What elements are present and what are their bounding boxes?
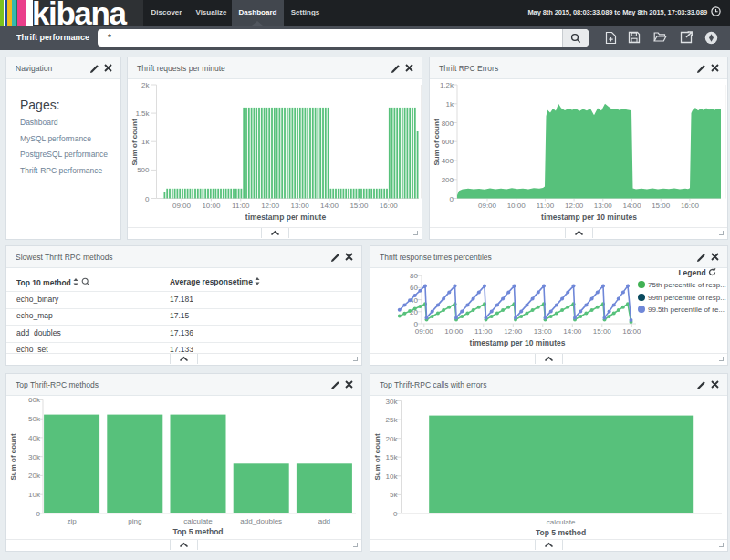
svg-text:calculate: calculate: [183, 517, 213, 525]
svg-text:1k: 1k: [141, 138, 150, 146]
svg-text:09:00: 09:00: [172, 202, 192, 210]
svg-text:10k: 10k: [28, 491, 41, 499]
svg-text:0: 0: [393, 510, 398, 518]
svg-text:10k: 10k: [386, 472, 399, 481]
svg-text:60k: 60k: [28, 396, 41, 404]
svg-text:Sum of count: Sum of count: [9, 433, 17, 480]
svg-text:Sum of count: Sum of count: [433, 119, 441, 165]
svg-text:2k: 2k: [141, 81, 150, 89]
svg-text:15:00: 15:00: [652, 202, 671, 210]
svg-text:Top 5 method: Top 5 method: [536, 528, 586, 537]
svg-text:200: 200: [442, 176, 454, 184]
svg-text:14:00: 14:00: [563, 327, 582, 336]
svg-text:Sum of count: Sum of count: [373, 433, 381, 480]
svg-text:add_doubles: add_doubles: [240, 517, 282, 525]
svg-text:11:00: 11:00: [474, 327, 493, 336]
svg-text:09:00: 09:00: [478, 202, 497, 210]
svg-text:zip: zip: [67, 517, 77, 525]
svg-text:13:00: 13:00: [594, 202, 613, 210]
svg-text:80: 80: [410, 272, 418, 280]
svg-text:1.2k: 1.2k: [440, 81, 454, 89]
svg-text:25k: 25k: [386, 416, 399, 424]
svg-text:Top 5 method: Top 5 method: [172, 527, 223, 536]
svg-text:14:00: 14:00: [320, 202, 339, 210]
svg-text:16:00: 16:00: [681, 202, 700, 210]
svg-text:30k: 30k: [386, 398, 399, 406]
svg-text:40k: 40k: [28, 434, 41, 442]
svg-text:Sum of count: Sum of count: [130, 119, 139, 165]
svg-text:timestamp per 10 minutes: timestamp per 10 minutes: [541, 213, 637, 222]
svg-text:10:00: 10:00: [444, 327, 464, 336]
svg-text:15:00: 15:00: [349, 202, 369, 210]
svg-text:add: add: [318, 517, 330, 525]
svg-text:15:00: 15:00: [593, 327, 612, 336]
svg-text:12:00: 12:00: [504, 327, 523, 336]
svg-text:400: 400: [442, 157, 454, 165]
svg-text:12:00: 12:00: [261, 202, 280, 210]
svg-text:calculate: calculate: [547, 518, 576, 526]
svg-text:0: 0: [36, 510, 41, 518]
svg-text:15k: 15k: [386, 453, 399, 461]
svg-text:500: 500: [137, 166, 150, 174]
svg-text:13:00: 13:00: [291, 202, 310, 210]
svg-text:30k: 30k: [28, 453, 41, 461]
svg-text:ping: ping: [128, 517, 141, 525]
svg-text:600: 600: [442, 138, 454, 146]
svg-text:11:00: 11:00: [537, 202, 555, 210]
svg-text:1k: 1k: [446, 100, 454, 109]
svg-text:16:00: 16:00: [622, 327, 641, 336]
svg-text:13:00: 13:00: [534, 327, 553, 336]
svg-text:16:00: 16:00: [380, 202, 399, 210]
svg-text:10:00: 10:00: [202, 202, 221, 210]
svg-text:60: 60: [410, 284, 418, 292]
svg-text:20k: 20k: [386, 435, 399, 443]
svg-text:50k: 50k: [28, 415, 41, 423]
svg-text:10:00: 10:00: [507, 202, 527, 210]
svg-text:timestamp per minute: timestamp per minute: [245, 213, 327, 222]
svg-text:timestamp per 10 minutes: timestamp per 10 minutes: [470, 338, 566, 347]
svg-text:11:00: 11:00: [232, 202, 250, 210]
svg-text:5k: 5k: [390, 491, 398, 499]
svg-text:1.5k: 1.5k: [135, 109, 150, 118]
svg-text:09:00: 09:00: [415, 327, 434, 336]
svg-text:0: 0: [450, 195, 454, 203]
svg-text:20k: 20k: [28, 472, 41, 480]
svg-text:14:00: 14:00: [622, 202, 641, 210]
svg-text:12:00: 12:00: [565, 202, 584, 210]
svg-text:800: 800: [442, 119, 454, 128]
svg-text:0: 0: [145, 195, 150, 203]
